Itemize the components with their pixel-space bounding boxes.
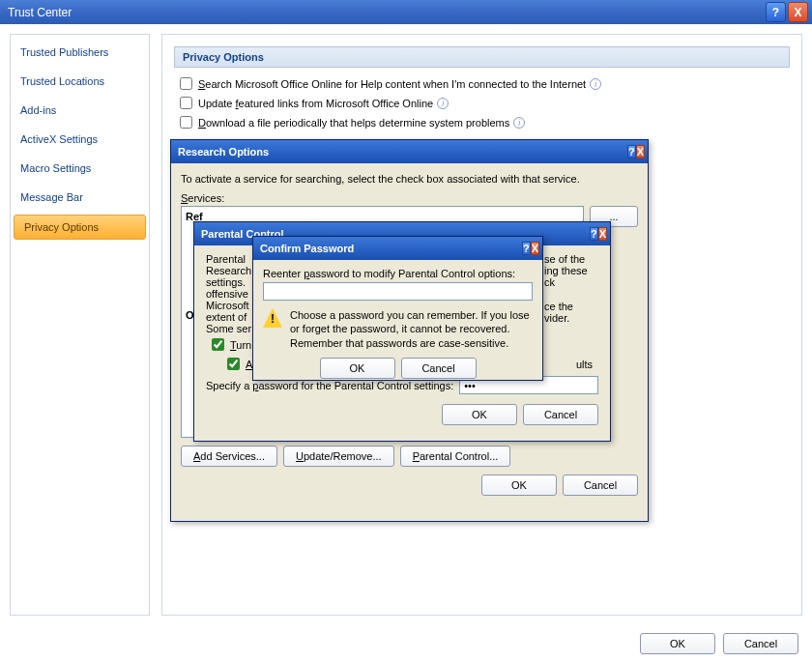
- window-title: Trust Center: [8, 6, 764, 19]
- confirm-titlebar: Confirm Password ? X: [253, 237, 542, 260]
- cancel-button[interactable]: Cancel: [523, 404, 598, 425]
- update-remove-button[interactable]: Update/Remove...: [283, 446, 394, 467]
- confirm-body: Reenter password to modify Parental Cont…: [253, 260, 542, 387]
- check-download[interactable]: Download a file periodically that helps …: [174, 114, 790, 130]
- sidebar-item-add-ins[interactable]: Add-ins: [11, 99, 149, 122]
- research-titlebar: Research Options ? X: [171, 140, 648, 163]
- confirm-password-dialog: Confirm Password ? X Reenter password to…: [252, 236, 543, 381]
- close-icon[interactable]: X: [788, 2, 808, 22]
- sidebar-item-macro[interactable]: Macro Settings: [11, 157, 149, 180]
- info-icon[interactable]: i: [590, 78, 601, 90]
- section-header-privacy: Privacy Options: [174, 46, 790, 68]
- ok-button[interactable]: OK: [442, 404, 517, 425]
- confirm-warning-text: Choose a password you can remember. If y…: [290, 308, 533, 350]
- close-icon[interactable]: X: [598, 227, 607, 241]
- research-footer-row: OK Cancel: [181, 475, 638, 496]
- ok-button[interactable]: OK: [640, 633, 715, 654]
- close-icon[interactable]: X: [636, 145, 645, 158]
- check-label: Download a file periodically that helps …: [198, 117, 509, 129]
- help-icon[interactable]: ?: [627, 145, 636, 158]
- text-fragment: ults: [576, 359, 593, 370]
- confirm-password-input[interactable]: [263, 282, 533, 301]
- sidebar-item-message-bar[interactable]: Message Bar: [11, 186, 149, 209]
- check-label: Search Microsoft Office Online for Help …: [198, 78, 586, 90]
- text-fragment: ck: [544, 276, 598, 288]
- info-icon[interactable]: i: [513, 117, 525, 129]
- main-footer: OK Cancel: [640, 633, 798, 654]
- checkbox-update-links[interactable]: [180, 97, 192, 109]
- info-icon[interactable]: i: [437, 98, 449, 109]
- sidebar: Trusted Publishers Trusted Locations Add…: [10, 34, 150, 616]
- close-icon[interactable]: X: [531, 242, 539, 255]
- sidebar-item-privacy-options[interactable]: Privacy Options: [14, 215, 146, 240]
- sidebar-item-activex[interactable]: ActiveX Settings: [11, 128, 149, 151]
- confirm-title: Confirm Password: [260, 243, 522, 254]
- text-fragment: vider.: [544, 312, 598, 324]
- checkbox-download[interactable]: [180, 116, 192, 129]
- check-label: Turn: [230, 339, 251, 351]
- confirm-footer-row: OK Cancel: [263, 358, 533, 379]
- check-update-links[interactable]: Update featured links from Microsoft Off…: [174, 95, 790, 111]
- sidebar-item-trusted-publishers[interactable]: Trusted Publishers: [11, 41, 149, 64]
- cancel-button[interactable]: Cancel: [401, 358, 477, 379]
- checkbox-search-online[interactable]: [180, 77, 192, 90]
- services-label: Services:: [181, 192, 638, 204]
- ok-button[interactable]: OK: [320, 358, 395, 379]
- sidebar-item-trusted-locations[interactable]: Trusted Locations: [11, 70, 149, 93]
- research-instruction: To activate a service for searching, sel…: [181, 173, 638, 185]
- main-titlebar: Trust Center ? X: [0, 0, 812, 24]
- cancel-button[interactable]: Cancel: [563, 475, 638, 496]
- check-search-online[interactable]: Search Microsoft Office Online for Help …: [174, 75, 790, 92]
- check-label: Update featured links from Microsoft Off…: [198, 98, 433, 109]
- warning-icon: [263, 308, 282, 328]
- text-fragment: se of the: [544, 253, 598, 265]
- help-icon[interactable]: ?: [766, 2, 786, 22]
- cancel-button[interactable]: Cancel: [723, 633, 798, 654]
- ok-button[interactable]: OK: [481, 475, 557, 496]
- parental-footer-row: OK Cancel: [206, 404, 598, 425]
- help-icon[interactable]: ?: [522, 242, 531, 255]
- confirm-label: Reenter password to modify Parental Cont…: [263, 268, 533, 279]
- parental-control-button[interactable]: Parental Control...: [400, 446, 511, 467]
- help-icon[interactable]: ?: [590, 227, 598, 241]
- text-fragment: ing these: [544, 265, 598, 276]
- text-fragment: ce the: [544, 301, 598, 312]
- checkbox-turn-on[interactable]: [212, 338, 224, 351]
- add-services-button[interactable]: Add Services...: [181, 446, 277, 467]
- parental-right-text: se of the ing these ck ce the vider.: [544, 253, 598, 334]
- checkbox-allow[interactable]: [227, 358, 240, 370]
- research-title: Research Options: [178, 146, 627, 158]
- research-button-row: Add Services... Update/Remove... Parenta…: [181, 446, 638, 467]
